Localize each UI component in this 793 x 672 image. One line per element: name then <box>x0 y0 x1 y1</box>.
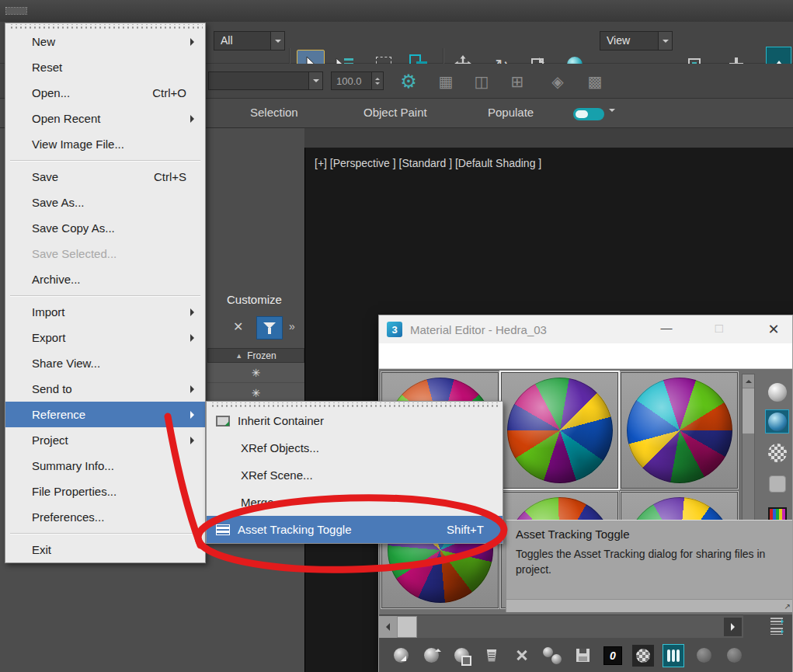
menubar-item-create[interactable] <box>107 8 127 14</box>
frozen-column-header[interactable]: ▲ Frozen <box>207 348 304 363</box>
minimize-button[interactable]: — <box>652 321 680 334</box>
submenu-arrow-icon <box>190 38 198 46</box>
tab-populate[interactable]: Populate <box>488 106 534 119</box>
menubar-item-customize[interactable] <box>228 8 249 14</box>
menu-item-send-to[interactable]: Send to <box>5 376 205 402</box>
menubar-item-tools[interactable] <box>47 8 67 14</box>
scrollbar-thumb[interactable] <box>397 616 417 638</box>
menu-item[interactable] <box>5 157 205 164</box>
menu-item-share-view[interactable]: Share View... <box>5 350 205 376</box>
filter-button[interactable] <box>256 316 283 339</box>
layer-manager-button[interactable]: ▦ <box>432 67 460 96</box>
reset-map-button[interactable] <box>481 645 503 667</box>
make-unique-button[interactable] <box>541 645 563 667</box>
scrollbar-thumb[interactable] <box>743 388 754 433</box>
submenu-item-merge[interactable]: Merge... <box>207 489 503 516</box>
menu-item-reference[interactable]: Reference <box>5 402 205 427</box>
get-material-button[interactable] <box>390 645 412 667</box>
sample-type-button[interactable] <box>765 380 789 404</box>
submenu-item-asset-tracking-toggle[interactable]: Asset Tracking Toggle Shift+T <box>207 516 503 543</box>
menu-item-view-image-file[interactable]: View Image File... <box>5 131 205 157</box>
clear-search-icon[interactable]: ✕ <box>233 319 243 334</box>
menubar-item-views[interactable] <box>87 8 107 14</box>
menu-item-exit[interactable]: Exit <box>5 537 205 562</box>
make-material-copy-button[interactable] <box>511 645 533 667</box>
menu-item-archive[interactable]: Archive... <box>5 266 205 292</box>
spinner-arrows-icon[interactable] <box>371 72 383 89</box>
horizontal-scrollbar[interactable] <box>379 615 743 638</box>
scroll-left-icon[interactable] <box>379 616 397 638</box>
menu-item[interactable] <box>5 530 205 537</box>
window-title: Material Editor - Hedra_03 <box>410 323 547 336</box>
reference-submenu: Inherit Container XRef Objects... XRef S… <box>206 401 503 544</box>
expand-icon[interactable]: ↗ <box>784 602 791 611</box>
menubar-item-edit[interactable] <box>26 8 47 14</box>
menu-item-save-as[interactable]: Save As... <box>5 190 205 215</box>
menu-item-save[interactable]: Save Ctrl+S <box>5 164 205 190</box>
go-to-parent-button[interactable] <box>693 645 715 667</box>
menu-item-save-copy-as[interactable]: Save Copy As... <box>5 215 205 241</box>
background-button[interactable] <box>765 440 789 465</box>
tab-selection[interactable]: Selection <box>250 106 298 119</box>
sample-uv-tiling-button[interactable] <box>765 472 789 496</box>
menu-item-project[interactable]: Project <box>5 427 205 453</box>
menubar-item-file[interactable] <box>6 8 26 14</box>
scene-explorer-customize-menu[interactable]: Customize <box>227 293 282 306</box>
menu-item-file-properties[interactable]: File Properties... <box>5 479 205 504</box>
submenu-item-inherit-container[interactable]: Inherit Container <box>207 407 503 434</box>
menubar-item-group[interactable] <box>67 8 87 14</box>
material-id-channel-button[interactable]: 0 <box>602 645 624 667</box>
menubar-item-graph-editors[interactable] <box>168 8 188 14</box>
menu-item-summary-info[interactable]: Summary Info... <box>5 453 205 479</box>
submenu-item-xref-objects[interactable]: XRef Objects... <box>207 434 503 461</box>
submenu-arrow-icon <box>190 308 198 316</box>
gear-icon: ⚙ <box>400 72 417 91</box>
show-background-button[interactable] <box>632 645 654 667</box>
scene-explorer-toggle-button[interactable]: ◫ <box>468 67 496 96</box>
backlight-button[interactable] <box>765 409 789 433</box>
menubar-item-animation[interactable] <box>148 8 168 14</box>
menubar-item-civil-view[interactable] <box>208 8 228 14</box>
graphite-modeling-button[interactable]: ◈ <box>544 67 572 96</box>
percent-snap-spinner[interactable]: 100.0 <box>331 71 384 90</box>
menu-item-import[interactable]: Import <box>5 299 205 325</box>
options-launch-icon[interactable] <box>770 628 783 635</box>
menu-item-new[interactable]: New <box>5 29 205 54</box>
sample-slot[interactable] <box>621 372 738 489</box>
tab-object-paint[interactable]: Object Paint <box>363 106 427 119</box>
curve-editor-button[interactable]: ▩ <box>581 67 609 96</box>
close-button[interactable]: ✕ <box>760 321 788 338</box>
ribbon-minimize-pill[interactable] <box>573 108 604 120</box>
selection-filter-dropdown[interactable]: All <box>214 31 285 50</box>
submenu-item-xref-scene[interactable]: XRef Scene... <box>207 461 503 489</box>
put-material-to-scene-button[interactable] <box>420 645 442 667</box>
sort-ascending-icon: ▲ <box>235 352 242 360</box>
toolbar-overflow-icon[interactable]: » <box>289 320 295 333</box>
render-setup-button[interactable]: ⚙ <box>395 67 423 96</box>
viewport-label[interactable]: [+] [Perspective ] [Standard ] [Default … <box>315 157 541 169</box>
menubar-item-modifiers[interactable] <box>127 8 148 14</box>
sample-slot-selected[interactable] <box>501 372 618 489</box>
menu-item-open[interactable]: Open... Ctrl+O <box>5 80 205 106</box>
scroll-up-icon[interactable] <box>743 374 754 388</box>
material-editor-titlebar[interactable]: 3 Material Editor - Hedra_03 — □ ✕ <box>379 315 792 343</box>
navigator-launch-icon[interactable] <box>770 618 783 625</box>
scroll-right-icon[interactable] <box>724 618 742 636</box>
menu-item-preferences[interactable]: Preferences... <box>5 504 205 530</box>
menu-item-reset[interactable]: Reset <box>5 54 205 80</box>
show-end-result-button[interactable] <box>663 645 684 667</box>
reference-coordinate-system-dropdown[interactable]: View <box>600 31 673 50</box>
create-layer-button[interactable]: ⊞ <box>503 67 531 96</box>
put-to-library-button[interactable] <box>572 645 593 667</box>
menu-item-export[interactable]: Export <box>5 325 205 350</box>
assign-material-to-selection-button[interactable] <box>450 645 472 667</box>
menubar-item-rendering[interactable] <box>188 8 208 14</box>
ribbon-dropdown-icon[interactable] <box>609 112 615 126</box>
menu-item[interactable] <box>5 292 205 299</box>
go-forward-button[interactable] <box>723 645 745 667</box>
named-selection-sets-dropdown[interactable] <box>208 71 323 90</box>
frozen-row[interactable]: ✳ <box>207 363 304 383</box>
menu-item-save-selected[interactable]: Save Selected... <box>5 241 205 266</box>
menu-item-open-recent[interactable]: Open Recent <box>5 106 205 131</box>
maximize-button[interactable]: □ <box>705 321 733 336</box>
